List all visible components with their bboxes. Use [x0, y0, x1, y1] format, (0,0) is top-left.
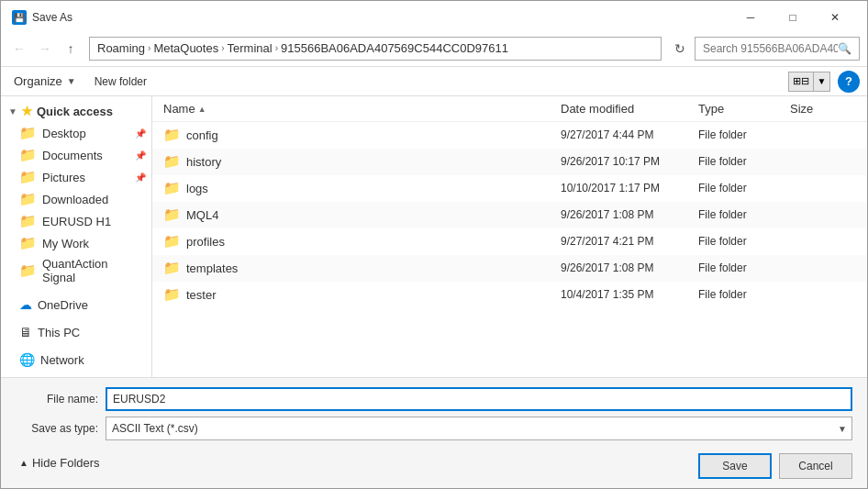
file-name: tester [186, 288, 217, 302]
new-folder-button[interactable]: New folder [89, 73, 152, 90]
search-icon: 🔍 [838, 42, 851, 55]
view-dropdown-button[interactable]: ▼ [814, 72, 830, 92]
sidebar: ▼ ★ Quick access 📁 Desktop 📌 📁 Documents… [1, 96, 152, 377]
sidebar-item-label: OneDrive [38, 298, 88, 312]
column-type[interactable]: Type [695, 98, 786, 119]
hide-folders-button[interactable]: ▲ Hide Folders [16, 454, 104, 472]
column-size[interactable]: Size [786, 98, 860, 119]
file-date-cell: 10/10/2017 1:17 PM [557, 175, 695, 201]
table-row[interactable]: 📁 templates 9/26/2017 1:08 PM File folde… [152, 255, 867, 282]
folder-icon: 📁 [19, 213, 37, 229]
folder-icon: 📁 [19, 169, 37, 185]
file-type-cell: File folder [695, 149, 786, 174]
table-row[interactable]: 📁 tester 10/4/2017 1:35 PM File folder [152, 282, 867, 308]
file-name-cell: 📁 MQL4 [160, 202, 557, 228]
quick-access-label: Quick access [37, 105, 113, 118]
filename-input[interactable] [106, 387, 852, 411]
file-name: history [186, 155, 221, 169]
breadcrumb-terminal: Terminal [228, 41, 273, 55]
sidebar-item-thispc[interactable]: 🖥 This PC [1, 322, 151, 342]
file-name: config [186, 128, 218, 142]
help-button[interactable]: ? [838, 71, 860, 93]
sidebar-item-quantaction[interactable]: 📁 QuantAction Signal [1, 254, 151, 287]
file-name-cell: 📁 history [160, 149, 557, 174]
titlebar-icon: 💾 [12, 10, 27, 25]
search-box[interactable]: 🔍 [695, 37, 860, 61]
savetype-label: Save as type: [16, 422, 98, 435]
maximize-button[interactable]: □ [772, 3, 814, 32]
table-row[interactable]: 📁 history 9/26/2017 10:17 PM File folder [152, 149, 867, 175]
sidebar-item-onedrive[interactable]: ☁ OneDrive [1, 295, 151, 315]
sidebar-item-downloaded[interactable]: 📁 Downloaded [1, 188, 151, 210]
pin-icon: 📌 [135, 172, 146, 183]
file-name-cell: 📁 templates [160, 255, 557, 281]
quick-access-arrow: ▼ [8, 106, 17, 117]
view-button[interactable]: ⊞⊟ [788, 72, 814, 92]
file-size-cell [786, 255, 860, 281]
titlebar-controls: ─ □ ✕ [729, 3, 856, 32]
sidebar-item-label: Pictures [42, 171, 85, 184]
table-row[interactable]: 📁 profiles 9/27/2017 4:21 PM File folder [152, 228, 867, 255]
sidebar-item-label: Desktop [42, 127, 86, 140]
sidebar-item-label: My Work [42, 237, 89, 250]
file-name: templates [186, 261, 238, 275]
forward-button[interactable]: → [34, 38, 56, 60]
close-button[interactable]: ✕ [814, 3, 856, 32]
main-area: ▼ ★ Quick access 📁 Desktop 📌 📁 Documents… [1, 96, 867, 377]
table-row[interactable]: 📁 MQL4 9/26/2017 1:08 PM File folder [152, 202, 867, 228]
titlebar-title: Save As [32, 11, 729, 24]
breadcrumb-metaquotes: MetaQuotes [153, 41, 218, 55]
breadcrumb[interactable]: Roaming › MetaQuotes › Terminal › 915566… [89, 37, 662, 61]
file-rows-container: 📁 config 9/27/2017 4:44 PM File folder 📁… [152, 122, 867, 308]
up-button[interactable]: ↑ [60, 38, 82, 60]
file-date-cell: 9/26/2017 1:08 PM [557, 202, 695, 228]
sort-arrow: ▲ [198, 105, 206, 114]
sidebar-item-pictures[interactable]: 📁 Pictures 📌 [1, 166, 151, 188]
sidebar-item-label: Downloaded [42, 193, 108, 206]
cancel-button[interactable]: Cancel [779, 453, 852, 479]
column-name[interactable]: Name ▲ [160, 98, 557, 119]
quick-access-star-icon: ★ [21, 104, 33, 118]
file-name-cell: 📁 profiles [160, 228, 557, 254]
organize-button[interactable]: Organize ▼ [8, 72, 82, 90]
toolbar: Organize ▼ New folder ⊞⊟ ▼ ? [1, 67, 867, 96]
refresh-button[interactable]: ↻ [669, 38, 691, 60]
search-input[interactable] [703, 42, 838, 55]
sidebar-item-eurusdh1[interactable]: 📁 EURUSD H1 [1, 210, 151, 232]
column-date[interactable]: Date modified [557, 98, 695, 119]
folder-icon: 📁 [163, 153, 181, 170]
file-name: MQL4 [186, 208, 218, 222]
file-name-cell: 📁 tester [160, 282, 557, 307]
file-size-cell [786, 202, 860, 228]
sidebar-item-documents[interactable]: 📁 Documents 📌 [1, 144, 151, 166]
action-buttons: Save Cancel [698, 453, 852, 479]
file-name: profiles [186, 235, 225, 249]
table-row[interactable]: 📁 config 9/27/2017 4:44 PM File folder [152, 122, 867, 149]
filename-label: File name: [16, 393, 98, 406]
table-row[interactable]: 📁 logs 10/10/2017 1:17 PM File folder [152, 175, 867, 202]
file-type-cell: File folder [695, 282, 786, 307]
file-date-cell: 10/4/2017 1:35 PM [557, 282, 695, 307]
folder-icon: 📁 [19, 125, 37, 141]
folder-icon: 📁 [19, 191, 37, 207]
save-button[interactable]: Save [698, 453, 772, 479]
onedrive-icon: ☁ [19, 297, 32, 312]
quick-access-header[interactable]: ▼ ★ Quick access [1, 100, 151, 122]
savetype-row: Save as type: ASCII Text (*.csv) ▼ [16, 417, 852, 440]
file-type-cell: File folder [695, 228, 786, 254]
back-button[interactable]: ← [8, 38, 30, 60]
file-date-cell: 9/26/2017 1:08 PM [557, 255, 695, 281]
file-type-cell: File folder [695, 122, 786, 148]
folder-icon: 📁 [163, 260, 181, 276]
titlebar: 💾 Save As ─ □ ✕ [1, 1, 867, 30]
breadcrumb-folder: 915566BA06ADA407569C544CC0D97611 [281, 41, 508, 55]
folder-icon: 📁 [163, 206, 181, 223]
folder-icon: 📁 [19, 147, 37, 163]
sidebar-item-mywork[interactable]: 📁 My Work [1, 232, 151, 254]
minimize-button[interactable]: ─ [729, 3, 772, 32]
breadcrumb-roaming: Roaming [97, 41, 145, 55]
sidebar-item-network[interactable]: 🌐 Network [1, 350, 151, 370]
folder-icon: 📁 [163, 127, 181, 143]
sidebar-item-desktop[interactable]: 📁 Desktop 📌 [1, 122, 151, 144]
savetype-select[interactable]: ASCII Text (*.csv) [106, 417, 852, 440]
